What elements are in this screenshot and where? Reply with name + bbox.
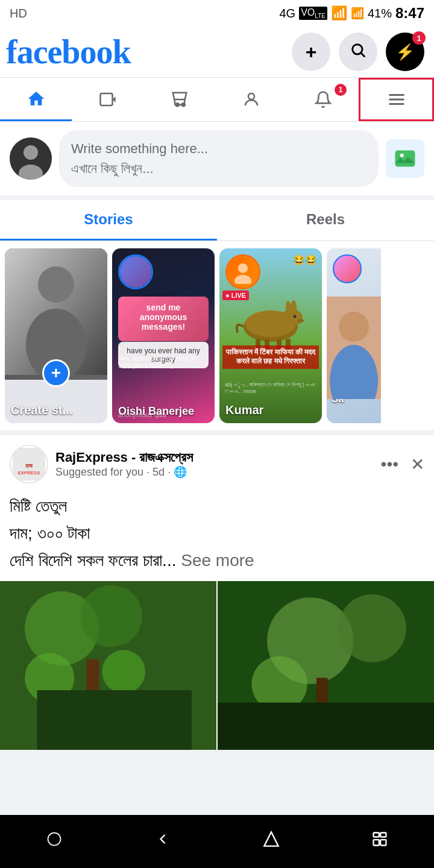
svg-point-31 bbox=[234, 275, 251, 284]
app-header: facebook + ⚡ 1 bbox=[0, 27, 434, 78]
kumar-avatar-ring bbox=[225, 254, 260, 289]
kumar-label: Kumar bbox=[225, 403, 263, 417]
svg-point-6 bbox=[248, 93, 254, 99]
tab-menu[interactable] bbox=[359, 78, 434, 121]
svg-marker-53 bbox=[264, 832, 278, 846]
partial-person bbox=[327, 297, 381, 399]
messenger-button[interactable]: ⚡ 1 bbox=[386, 33, 424, 71]
story-emoji: 😂😂 bbox=[293, 254, 317, 266]
svg-rect-13 bbox=[395, 151, 415, 167]
svg-rect-57 bbox=[380, 840, 386, 845]
post-create-box: Write something here...এখানে কিছু লিখুন.… bbox=[0, 122, 434, 200]
post-image bbox=[0, 581, 434, 750]
tab-stories[interactable]: Stories bbox=[0, 200, 217, 241]
nav-back-button[interactable] bbox=[148, 825, 177, 854]
post-header-right: ••• ✕ bbox=[381, 454, 424, 474]
messenger-badge: 1 bbox=[412, 31, 426, 45]
story-oishi[interactable]: send me anonymous messages! have you eve… bbox=[112, 248, 215, 423]
post-close-button[interactable]: ✕ bbox=[410, 454, 424, 474]
svg-point-28 bbox=[294, 315, 297, 318]
post-page-avatar: রাজ EXPRESS bbox=[10, 445, 48, 483]
svg-rect-45 bbox=[37, 690, 192, 750]
tab-profile[interactable] bbox=[215, 78, 287, 121]
nav-back-dot[interactable] bbox=[40, 825, 69, 854]
battery-level: 41% bbox=[368, 7, 392, 20]
tab-video[interactable] bbox=[72, 78, 143, 121]
svg-point-22 bbox=[291, 300, 297, 315]
nav-recents-button[interactable] bbox=[365, 825, 394, 854]
post-image-right bbox=[216, 581, 434, 750]
anon-tag: anonymous q&a bbox=[118, 411, 166, 423]
story-kumar[interactable]: 😂😂 ● LIVE पाकिस्तान में टिंबर माफिया की … bbox=[219, 248, 322, 423]
post-input[interactable]: Write something here...এখানে কিছু লিখুন.… bbox=[59, 130, 379, 187]
status-right: 4G VOLTE 📶 📶 41% 8:47 bbox=[280, 5, 425, 22]
status-bar: HD 4G VOLTE 📶 📶 41% 8:47 bbox=[0, 0, 434, 27]
svg-point-48 bbox=[338, 594, 406, 662]
stories-reels-tabs: Stories Reels bbox=[0, 200, 434, 241]
live-badge: ● LIVE bbox=[222, 291, 249, 300]
svg-text:EXPRESS: EXPRESS bbox=[18, 470, 40, 476]
post-body: মিষ্টি তেতুলদাম; ৩০০ টাকাদেশি বিদেশি সকল… bbox=[0, 488, 434, 581]
hindi-headline: पाकिस्तान में टिंबर माफिया की मदद करले व… bbox=[222, 345, 319, 369]
post-avatar-inner: রাজ EXPRESS bbox=[10, 445, 48, 483]
tab-home[interactable] bbox=[0, 78, 72, 121]
oishi-avatar-ring bbox=[118, 254, 153, 289]
clock: 8:47 bbox=[395, 5, 424, 22]
post-meta: Suggested for you · 5d · 🌐 bbox=[55, 465, 193, 479]
main-nav-tabs: 1 bbox=[0, 78, 434, 122]
add-photo-button[interactable] bbox=[386, 139, 424, 178]
svg-point-44 bbox=[102, 650, 145, 694]
stories-row: + Create st... send me anonymous message… bbox=[0, 241, 434, 435]
svg-point-23 bbox=[286, 301, 291, 313]
post-placeholder: Write something here...এখানে কিছু লিখুন.… bbox=[71, 139, 366, 178]
svg-rect-2 bbox=[100, 93, 112, 105]
post-header: রাজ EXPRESS RajExpress - রাজএক্সপ্রেস Su… bbox=[0, 435, 434, 488]
plus-icon: + bbox=[306, 41, 317, 63]
post-card: রাজ EXPRESS RajExpress - রাজএক্সপ্রেস Su… bbox=[0, 435, 434, 750]
svg-point-14 bbox=[400, 154, 404, 157]
signal-bars: 📶 bbox=[331, 5, 347, 21]
search-icon bbox=[350, 42, 366, 63]
post-image-left bbox=[0, 581, 216, 750]
post-header-left: রাজ EXPRESS RajExpress - রাজএক্সপ্রেস Su… bbox=[10, 445, 193, 483]
create-story-plus: + bbox=[42, 359, 70, 387]
svg-point-52 bbox=[48, 833, 61, 846]
svg-point-29 bbox=[298, 319, 304, 322]
nav-home-button[interactable] bbox=[257, 825, 286, 854]
post-text-content: মিষ্টি তেতুলদাম; ৩০০ টাকাদেশি বিদেশি সকল… bbox=[10, 497, 181, 570]
tab-reels[interactable]: Reels bbox=[217, 200, 434, 241]
hindi-small-text: abj ৵ৢ ৵...পাকিস্তান নে মাফিয়া গে লিগতু… bbox=[222, 380, 319, 396]
create-story-label: Create st... bbox=[11, 403, 72, 417]
see-more-link[interactable]: See more bbox=[181, 551, 254, 570]
svg-point-17 bbox=[38, 266, 74, 303]
partial-avatar bbox=[333, 254, 362, 283]
signal-bars-2: 📶 bbox=[351, 7, 364, 20]
post-page-name: RajExpress - রাজএক্সপ্রেস bbox=[55, 450, 193, 465]
post-more-button[interactable]: ••• bbox=[381, 454, 398, 474]
anon-question: send me anonymous messages! bbox=[123, 303, 204, 332]
svg-rect-55 bbox=[380, 833, 386, 837]
anon-question-box: send me anonymous messages! bbox=[118, 297, 209, 341]
facebook-logo: facebook bbox=[6, 33, 131, 71]
user-avatar bbox=[10, 137, 52, 180]
messenger-icon: ⚡ bbox=[395, 43, 415, 61]
post-info: RajExpress - রাজএক্সপ্রেস Suggested for … bbox=[55, 450, 193, 479]
svg-point-30 bbox=[238, 263, 248, 273]
android-nav-bar bbox=[0, 815, 434, 868]
svg-rect-56 bbox=[374, 840, 379, 845]
tab-marketplace[interactable] bbox=[143, 78, 215, 121]
story-partial-4th[interactable]: Ind Sa bbox=[327, 248, 381, 423]
notifications-badge: 1 bbox=[335, 84, 347, 96]
network-indicator: 4G bbox=[280, 7, 296, 20]
svg-text:রাজ: রাজ bbox=[25, 462, 33, 469]
svg-rect-51 bbox=[218, 703, 434, 750]
avatar-image bbox=[10, 137, 52, 180]
svg-rect-54 bbox=[374, 833, 379, 837]
story-create[interactable]: + Create st... bbox=[5, 248, 107, 423]
svg-point-33 bbox=[339, 312, 369, 342]
anon-answer: Yes, appendicitis during my 10th pre-boa… bbox=[118, 354, 209, 369]
status-hd: HD bbox=[10, 7, 27, 20]
add-button[interactable]: + bbox=[292, 33, 330, 71]
tab-notifications[interactable]: 1 bbox=[287, 78, 359, 121]
search-button[interactable] bbox=[339, 33, 377, 71]
